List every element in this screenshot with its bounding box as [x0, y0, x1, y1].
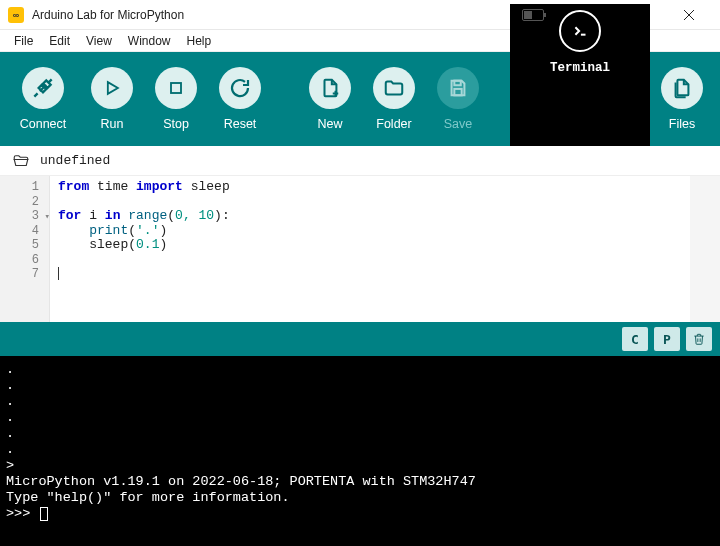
- code-area[interactable]: from time import sleep for i in range(0,…: [50, 176, 690, 322]
- terminal-line: .: [6, 426, 714, 442]
- line-number: 7: [0, 267, 49, 282]
- new-button[interactable]: New: [298, 67, 362, 131]
- line-number: 6: [0, 253, 49, 268]
- terminal-cursor: [40, 507, 48, 521]
- play-icon: [91, 67, 133, 109]
- line-number: 3: [0, 209, 49, 224]
- editor-cursor: [58, 267, 59, 280]
- new-label: New: [317, 117, 342, 131]
- save-label: Save: [444, 117, 473, 131]
- code-editor[interactable]: 1 2 3 4 5 6 7 from time import sleep for…: [0, 176, 720, 322]
- files-label: Files: [669, 117, 695, 131]
- app-icon: ∞: [8, 7, 24, 23]
- reset-button[interactable]: Reset: [208, 67, 272, 131]
- terminal-line: .: [6, 378, 714, 394]
- menu-help[interactable]: Help: [179, 32, 220, 50]
- terminal-output[interactable]: ......>MicroPython v1.19.1 on 2022-06-18…: [0, 356, 720, 546]
- stop-label: Stop: [163, 117, 189, 131]
- files-button[interactable]: Files: [650, 67, 714, 131]
- terminal-line: >: [6, 458, 714, 474]
- right-gutter: [690, 176, 720, 322]
- close-button[interactable]: [666, 0, 712, 30]
- svg-marker-4: [108, 82, 118, 94]
- toolbar: Connect Run Stop Reset New Folder Save: [0, 52, 720, 146]
- plug-icon: [22, 67, 64, 109]
- folder-label: Folder: [376, 117, 411, 131]
- terminal-icon: [559, 10, 601, 52]
- terminal-prompt: >>>: [6, 506, 714, 522]
- battery-icon: [522, 9, 544, 21]
- terminal-toolbar: C P: [0, 322, 720, 356]
- save-button[interactable]: Save: [426, 67, 490, 131]
- menu-edit[interactable]: Edit: [41, 32, 78, 50]
- terminal-line: Type "help()" for more information.: [6, 490, 714, 506]
- connect-label: Connect: [20, 117, 67, 131]
- svg-rect-9: [454, 89, 461, 95]
- terminal-line: .: [6, 410, 714, 426]
- reset-label: Reset: [224, 117, 257, 131]
- terminal-line: .: [6, 394, 714, 410]
- terminal-line: .: [6, 362, 714, 378]
- file-name: undefined: [40, 153, 110, 168]
- line-number: 1: [0, 180, 49, 195]
- terminal-paste-button[interactable]: P: [654, 327, 680, 351]
- reset-icon: [219, 67, 261, 109]
- run-label: Run: [101, 117, 124, 131]
- folder-open-icon: [12, 152, 30, 170]
- terminal-line: MicroPython v1.19.1 on 2022-06-18; PORTE…: [6, 474, 714, 490]
- files-icon: [661, 67, 703, 109]
- line-number: 4: [0, 224, 49, 239]
- folder-button[interactable]: Folder: [362, 67, 426, 131]
- line-number: 2: [0, 195, 49, 210]
- terminal-delete-button[interactable]: [686, 327, 712, 351]
- menu-view[interactable]: View: [78, 32, 120, 50]
- stop-icon: [155, 67, 197, 109]
- run-button[interactable]: Run: [80, 67, 144, 131]
- menu-file[interactable]: File: [6, 32, 41, 50]
- new-file-icon: [309, 67, 351, 109]
- svg-rect-5: [171, 83, 181, 93]
- app-title: Arduino Lab for MicroPython: [32, 8, 184, 22]
- terminal-clear-button[interactable]: C: [622, 327, 648, 351]
- terminal-label: Terminal: [550, 60, 610, 76]
- terminal-line: .: [6, 442, 714, 458]
- folder-icon: [373, 67, 415, 109]
- line-gutter: 1 2 3 4 5 6 7: [0, 176, 50, 322]
- svg-rect-8: [454, 81, 460, 86]
- menu-window[interactable]: Window: [120, 32, 179, 50]
- save-icon: [437, 67, 479, 109]
- stop-button[interactable]: Stop: [144, 67, 208, 131]
- path-bar: undefined: [0, 146, 720, 176]
- line-number: 5: [0, 238, 49, 253]
- connect-button[interactable]: Connect: [6, 67, 80, 131]
